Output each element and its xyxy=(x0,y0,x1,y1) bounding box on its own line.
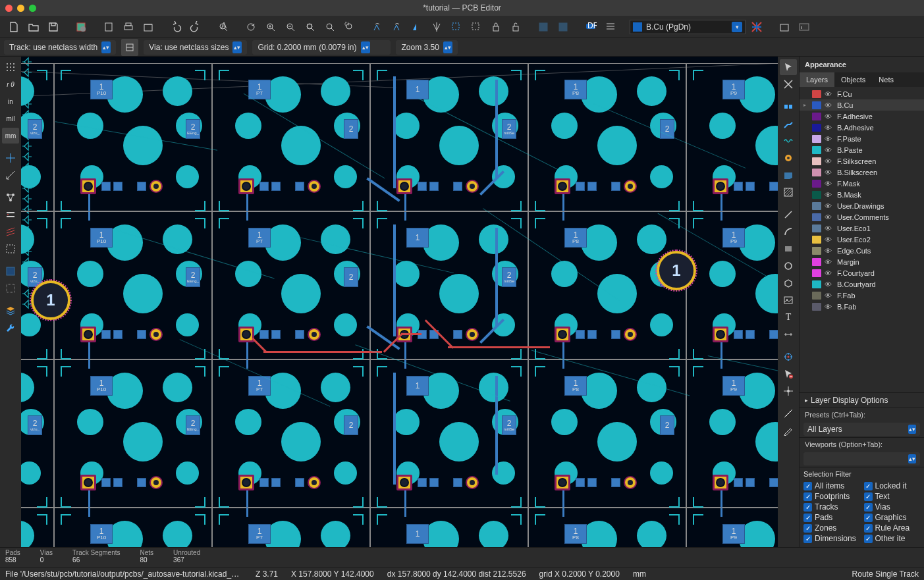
drc-list-icon[interactable] xyxy=(602,18,619,36)
cursor-tool-icon[interactable] xyxy=(2,150,19,166)
layer-swatch-icon[interactable] xyxy=(812,269,821,277)
layer-F-Courtyard[interactable]: 👁F.Courtyard xyxy=(800,267,924,278)
visibility-icon[interactable]: 👁 xyxy=(825,113,834,120)
net-tool-icon[interactable] xyxy=(2,190,19,205)
layer-swatch-icon[interactable] xyxy=(812,157,821,165)
layer-swatch-icon[interactable] xyxy=(812,191,821,199)
layer-User-Eco1[interactable]: 👁User.Eco1 xyxy=(800,223,924,234)
visibility-icon[interactable]: 👁 xyxy=(825,258,834,266)
dim2-tool-icon[interactable] xyxy=(780,327,797,342)
layer-F-Cu[interactable]: 👁F.Cu xyxy=(800,88,924,99)
layer-F-Adhesive[interactable]: 👁F.Adhesive xyxy=(800,111,924,122)
layer-swatch-icon[interactable] xyxy=(812,180,821,188)
footprint-wiz-icon[interactable] xyxy=(535,18,552,36)
zone-tool-icon[interactable] xyxy=(780,167,797,183)
polar-tool-icon[interactable]: r θ xyxy=(2,76,19,92)
layer-swatch-icon[interactable] xyxy=(812,146,821,154)
zoom-fit-icon[interactable] xyxy=(302,18,319,36)
hatch-tool-icon[interactable] xyxy=(2,224,19,240)
outline-tool-icon[interactable] xyxy=(2,263,19,279)
ungroup-icon[interactable] xyxy=(468,18,485,36)
layer-swatch-icon[interactable] xyxy=(812,247,821,255)
zoom-obj-icon[interactable] xyxy=(321,18,339,36)
show-layers-icon[interactable] xyxy=(748,18,765,36)
layer-swatch-icon[interactable] xyxy=(812,202,821,210)
group-icon[interactable] xyxy=(448,18,465,36)
visibility-icon[interactable]: 👁 xyxy=(825,236,834,244)
layer-swatch-icon[interactable] xyxy=(812,113,821,120)
layer-User-Drawings[interactable]: 👁User.Drawings xyxy=(800,200,924,211)
visibility-icon[interactable]: 👁 xyxy=(825,303,834,311)
mm-tool-icon[interactable]: mm xyxy=(2,128,19,144)
layers-tool-icon[interactable] xyxy=(2,303,19,319)
pcb-canvas[interactable]: 1P162vizu_1P102EEng_1P7212miliSe1P821P92… xyxy=(21,57,778,547)
maximize-window-icon[interactable] xyxy=(29,5,36,12)
viewports-selector[interactable]: ▴▾ xyxy=(803,452,920,465)
close-window-icon[interactable] xyxy=(5,5,13,12)
layer-swatch-icon[interactable] xyxy=(812,213,821,221)
visibility-icon[interactable]: 👁 xyxy=(825,180,834,188)
visibility-icon[interactable]: 👁 xyxy=(825,90,834,98)
minimize-window-icon[interactable] xyxy=(17,5,24,12)
layer-swatch-icon[interactable] xyxy=(812,236,821,244)
print-icon[interactable] xyxy=(120,18,137,36)
filter-pads[interactable]: ✓Pads xyxy=(803,513,860,522)
layer-swatch-icon[interactable] xyxy=(812,292,821,300)
plot-icon[interactable] xyxy=(140,18,157,36)
wrench-tool-icon[interactable] xyxy=(2,320,19,336)
track-width-auto-icon[interactable] xyxy=(121,39,138,56)
wave-tool-icon[interactable] xyxy=(780,133,797,149)
pads-tool-icon[interactable] xyxy=(780,99,797,115)
fill-tool-icon[interactable] xyxy=(2,241,19,257)
trash-tool-icon[interactable] xyxy=(780,383,797,399)
layers-list[interactable]: 👁F.Cu▸👁B.Cu👁F.Adhesive👁B.Adhesive👁F.Past… xyxy=(800,87,924,392)
layer-B-Adhesive[interactable]: 👁B.Adhesive xyxy=(800,122,924,133)
lock-icon[interactable] xyxy=(487,18,504,36)
filter-footprints[interactable]: ✓Footprints xyxy=(803,492,860,501)
open-file-icon[interactable] xyxy=(25,18,42,36)
text-tool-icon[interactable]: T xyxy=(780,309,797,325)
mirror-v-icon[interactable] xyxy=(428,18,445,36)
visibility-icon[interactable]: 👁 xyxy=(825,202,834,210)
visibility-icon[interactable]: 👁 xyxy=(825,191,834,199)
layer-User-Eco2[interactable]: 👁User.Eco2 xyxy=(800,234,924,245)
via-size-selector[interactable]: Via: use netclass sizes▴▾ xyxy=(144,40,247,55)
x-tool-icon[interactable] xyxy=(780,76,797,92)
layer-B-Fab[interactable]: 👁B.Fab xyxy=(800,301,924,312)
layer-swatch-icon[interactable] xyxy=(812,169,821,176)
arc-tool-icon[interactable] xyxy=(780,224,797,240)
page-settings-icon[interactable] xyxy=(100,18,117,36)
board-setup-icon[interactable] xyxy=(72,18,90,36)
filter-other-ite[interactable]: ✓Other ite xyxy=(864,534,921,543)
layer-F-Mask[interactable]: 👁F.Mask xyxy=(800,178,924,189)
layer-display-options[interactable]: ▸Layer Display Options xyxy=(800,392,924,408)
filter-text[interactable]: ✓Text xyxy=(864,492,921,501)
visibility-icon[interactable]: 👁 xyxy=(825,124,834,132)
zoom-selector[interactable]: Zoom 3.50▴▾ xyxy=(396,40,457,55)
grid-tool-icon[interactable] xyxy=(2,59,19,75)
route-tool-icon[interactable] xyxy=(780,116,797,132)
filter-dimensions[interactable]: ✓Dimensions xyxy=(803,534,860,543)
save-file-icon[interactable] xyxy=(45,18,62,36)
track-width-selector[interactable]: Track: use netclass width▴▾ xyxy=(4,40,116,55)
zoom-out-icon[interactable] xyxy=(282,18,299,36)
poly-tool-icon[interactable] xyxy=(780,275,797,291)
layer-swatch-icon[interactable] xyxy=(812,258,821,266)
mil-tool-icon[interactable]: mil xyxy=(2,111,19,126)
filter-zones[interactable]: ✓Zones xyxy=(803,523,860,533)
visibility-icon[interactable]: 👁 xyxy=(825,247,834,255)
arrow-tool-icon[interactable] xyxy=(780,59,797,75)
layer-B-Mask[interactable]: 👁B.Mask xyxy=(800,189,924,200)
layer-User-Comments[interactable]: 👁User.Comments xyxy=(800,211,924,223)
circ-tool-icon[interactable] xyxy=(780,258,797,274)
grid-selector[interactable]: Grid: 0.2000 mm (0.0079 in)▴▾ xyxy=(252,40,391,55)
img-tool-icon[interactable] xyxy=(780,292,797,308)
mirror-h-icon[interactable] xyxy=(408,18,425,36)
layer-swatch-icon[interactable] xyxy=(812,303,821,311)
visibility-icon[interactable]: 👁 xyxy=(825,146,834,154)
layer-F-Fab[interactable]: 👁F.Fab xyxy=(800,290,924,301)
visibility-icon[interactable]: 👁 xyxy=(825,224,834,232)
visibility-icon[interactable]: 👁 xyxy=(825,292,834,300)
rotate-cw-icon[interactable] xyxy=(389,18,406,36)
filter-locked-it[interactable]: ✓Locked it xyxy=(864,481,921,490)
